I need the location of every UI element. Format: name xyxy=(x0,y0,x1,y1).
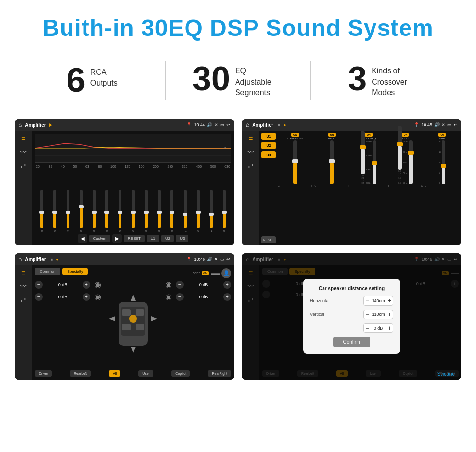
amp-sidebar-icon-2[interactable]: 〰 xyxy=(247,148,254,156)
sidebar-arrow-icon[interactable]: ⇄ xyxy=(20,162,26,170)
stat-crossover: 3 Kinds ofCrossover Modes xyxy=(321,62,447,98)
fader-all-btn[interactable]: All xyxy=(109,370,120,377)
fader-plus-2[interactable]: + xyxy=(83,293,90,301)
home-icon-1[interactable]: ⌂ xyxy=(18,122,22,128)
svg-text:»: » xyxy=(223,145,226,150)
fader-minus-1[interactable]: − xyxy=(35,281,43,289)
phat-slider xyxy=(315,140,350,184)
fader-minus-3[interactable]: − xyxy=(176,281,184,289)
status-right-3: 📍 10:46 🔊 ✕ ▭ ↩ xyxy=(187,257,230,261)
fader-plus-4[interactable]: + xyxy=(223,293,231,301)
bass-label: BASS xyxy=(402,137,409,140)
dialog-vertical-minus[interactable]: − xyxy=(366,311,369,318)
bass-sliders: 3.02.52.01.51.00.5 100Hz90Hz80Hz70Hz60Hz xyxy=(398,140,413,184)
amp-u3-btn[interactable]: U3 xyxy=(261,151,276,158)
fader-copilot-btn[interactable]: Copilot xyxy=(171,370,190,377)
fader-rearleft-btn[interactable]: RearLeft xyxy=(70,370,91,377)
dialog-horizontal-plus[interactable]: + xyxy=(388,297,391,304)
amp-u2-btn[interactable]: U2 xyxy=(261,142,276,149)
play-icon: ▶ xyxy=(49,122,52,127)
fader-sidebar-icon-1[interactable]: ≡ xyxy=(21,269,25,277)
amp-sidebar-icon-1[interactable]: ≡ xyxy=(249,135,253,142)
dialog-db-plus[interactable]: + xyxy=(388,325,391,331)
dialog-horizontal-row: Horizontal − 140cm + xyxy=(310,296,393,306)
fader-minus-2[interactable]: − xyxy=(35,293,43,301)
status-right-2: 📍 10:45 🔊 ✕ ▭ ↩ xyxy=(414,122,458,127)
fader-tabs: Common Specialty xyxy=(35,268,88,275)
speaker-top-right-icon: ◉ xyxy=(165,280,172,289)
dialog-db-minus[interactable]: − xyxy=(366,325,369,331)
close-icon-1: ✕ xyxy=(214,122,218,127)
amp-u1-btn[interactable]: U1 xyxy=(261,133,276,140)
window-icon-2: ▭ xyxy=(447,122,452,127)
fader-tab-common[interactable]: Common xyxy=(35,268,60,275)
amp-sidebar: ≡ 〰 ⇄ xyxy=(242,131,259,245)
amp-sidebar-icon-3[interactable]: ⇄ xyxy=(248,162,254,170)
svg-marker-14 xyxy=(109,316,115,321)
speaker-bottom-left-icon: ◉ xyxy=(94,292,101,301)
dialog-vertical-plus[interactable]: + xyxy=(388,311,391,318)
fader-tab-specialty[interactable]: Specialty xyxy=(62,268,87,275)
fader-user-icon[interactable]: 👤 xyxy=(221,268,231,278)
dot-icon-3: ● xyxy=(56,257,58,261)
loudness-label: LOUDNESS xyxy=(287,137,303,140)
dialog-db-input: − 0 dB + xyxy=(363,323,393,333)
sub-slider: 20151050 xyxy=(425,140,459,184)
eq-prev-button[interactable]: ◀ xyxy=(78,234,87,243)
time-2: 10:45 xyxy=(421,122,432,127)
phat-label: PHAT xyxy=(328,137,336,140)
eq-u2-button[interactable]: U2 xyxy=(161,235,174,242)
confirm-button[interactable]: Confirm xyxy=(333,337,370,347)
eq-u1-button[interactable]: U1 xyxy=(147,235,159,242)
app-title-1: Amplifier xyxy=(25,122,46,128)
dialog-vertical-label: Vertical xyxy=(310,312,324,317)
dialog-vertical-value: 110cm xyxy=(371,312,386,317)
svg-rect-9 xyxy=(122,324,131,330)
fader-minus-4[interactable]: − xyxy=(176,293,184,301)
window-icon-3: ▭ xyxy=(220,257,224,261)
amp-phat: ON PHAT GF xyxy=(315,133,350,187)
fader-sidebar: ≡ 〰 ⇄ xyxy=(15,265,32,380)
home-icon-3[interactable]: ⌂ xyxy=(18,256,22,262)
status-bar-1: ⌂ Amplifier ▶ 📍 10:44 🔊 ✕ ▭ ↩ xyxy=(15,119,234,131)
eq-u3-button[interactable]: U3 xyxy=(176,235,188,242)
speaker-icon-3: 🔊 xyxy=(207,257,212,261)
sidebar-eq-icon[interactable]: ≡ xyxy=(21,135,25,142)
bass-on-tag: ON xyxy=(402,133,409,137)
dialog-horizontal-value: 140cm xyxy=(371,298,386,303)
fader-icon: ▬▬ xyxy=(211,271,220,276)
eq-next-button[interactable]: ▶ xyxy=(112,234,122,243)
fader-db-val-2: 0 dB xyxy=(45,295,81,299)
status-right-1: 📍 10:44 🔊 ✕ ▭ ↩ xyxy=(187,122,230,127)
sidebar-wave-icon[interactable]: 〰 xyxy=(20,148,27,156)
amp-top-row: ON LOUDNESS GF xyxy=(278,133,459,187)
fader-driver-btn[interactable]: Driver xyxy=(35,370,52,377)
fader-sidebar-icon-3[interactable]: ⇄ xyxy=(20,296,26,304)
eq-slider-12: 0 xyxy=(192,190,204,232)
home-icon-2[interactable]: ⌂ xyxy=(246,122,249,128)
fader-user-btn[interactable]: User xyxy=(138,370,153,377)
location-icon-2: 📍 xyxy=(414,122,419,127)
eq-slider-3: 5 xyxy=(75,190,87,232)
fader-plus-3[interactable]: + xyxy=(223,281,231,289)
status-left-3: ⌂ Amplifier ■ ● xyxy=(18,256,58,262)
bass-scale: FG xyxy=(388,184,423,187)
screens-grid: ⌂ Amplifier ▶ 📍 10:44 🔊 ✕ ▭ ↩ ≡ 〰 ⇄ xyxy=(0,114,476,389)
status-bar-3: ⌂ Amplifier ■ ● 📍 10:46 🔊 ✕ ▭ ↩ xyxy=(15,253,234,265)
fader-plus-1[interactable]: + xyxy=(83,281,90,289)
fader-db-val-3: 0 dB xyxy=(186,282,221,287)
fader-db-val-4: 0 dB xyxy=(186,295,221,299)
time-3: 10:46 xyxy=(194,257,205,261)
fader-sidebar-icon-2[interactable]: 〰 xyxy=(20,282,27,290)
eq-screen: ⌂ Amplifier ▶ 📍 10:44 🔊 ✕ ▭ ↩ ≡ 〰 ⇄ xyxy=(15,119,234,245)
dialog-horizontal-minus[interactable]: − xyxy=(366,297,369,304)
eq-custom-button[interactable]: Custom xyxy=(89,235,111,242)
window-icon-1: ▭ xyxy=(220,122,224,127)
fader-rearright-btn[interactable]: RearRight xyxy=(208,370,231,377)
amp-u-buttons: U1 U2 U3 RESET xyxy=(261,133,276,243)
dialog-box: Car speaker distance setting Horizontal … xyxy=(303,279,400,354)
eq-reset-button[interactable]: RESET xyxy=(124,235,145,242)
amp-reset-btn[interactable]: RESET xyxy=(261,236,276,243)
fader-on-badge: ON xyxy=(202,271,209,275)
dialog-screen: ⌂ Amplifier ■ ● 📍 10:46 🔊 ✕ ▭ ↩ ≡ 〰 ⇄ xyxy=(242,253,461,380)
